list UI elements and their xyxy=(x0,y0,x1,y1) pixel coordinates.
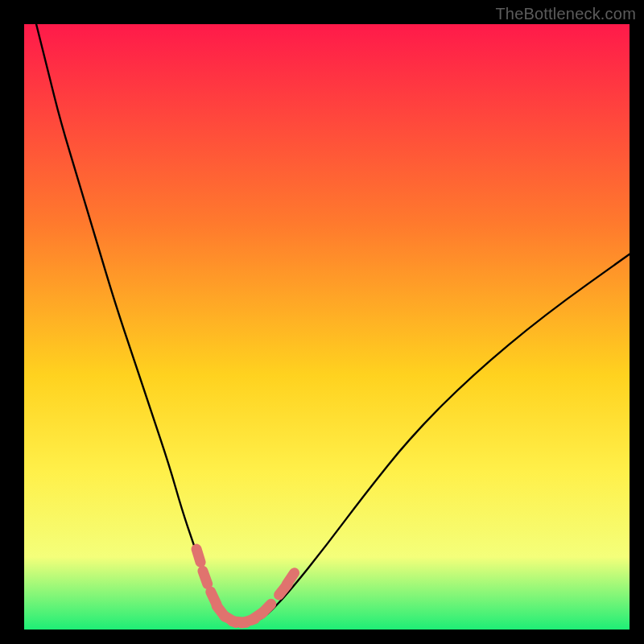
curve-marker xyxy=(262,604,271,613)
curve-marker xyxy=(203,571,208,584)
curve-marker xyxy=(287,573,294,584)
bottleneck-chart xyxy=(24,24,630,630)
curve-marker xyxy=(196,549,200,562)
plot-area xyxy=(24,24,630,630)
chart-frame: TheBottleneck.com xyxy=(0,0,644,644)
watermark-text: TheBottleneck.com xyxy=(495,5,636,23)
gradient-background xyxy=(24,24,630,630)
